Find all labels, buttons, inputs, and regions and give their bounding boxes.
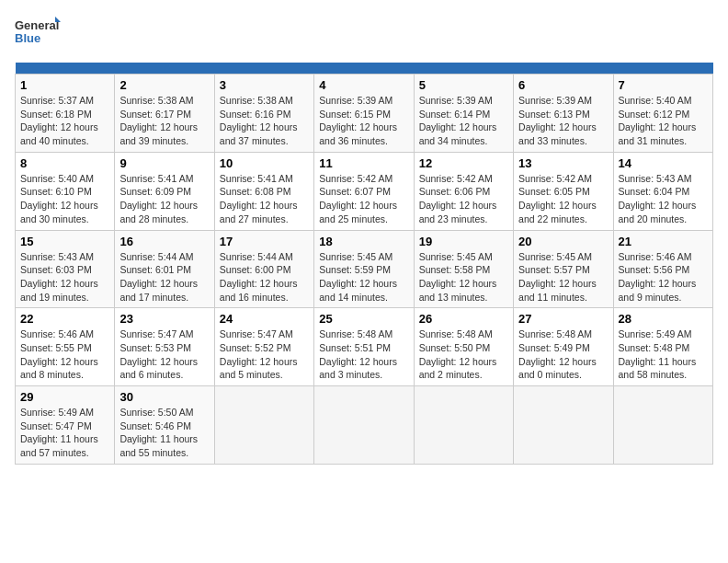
table-row: 30 Sunrise: 5:50 AM Sunset: 5:46 PM Dayl… <box>115 386 214 465</box>
day-number: 22 <box>20 312 109 326</box>
day-sunrise: Sunrise: 5:46 AM <box>20 328 94 339</box>
day-sunrise: Sunrise: 5:37 AM <box>20 95 94 106</box>
day-number: 28 <box>619 312 708 326</box>
calendar-table: 1 Sunrise: 5:37 AM Sunset: 6:18 PM Dayli… <box>15 63 713 465</box>
day-sunrise: Sunrise: 5:48 AM <box>518 328 592 339</box>
day-sunrise: Sunrise: 5:38 AM <box>220 95 293 106</box>
day-number: 19 <box>419 235 508 248</box>
day-daylight: Daylight: 12 hours and 22 minutes. <box>518 200 597 224</box>
day-daylight: Daylight: 12 hours and 2 minutes. <box>419 356 497 381</box>
day-sunrise: Sunrise: 5:45 AM <box>319 251 392 262</box>
calendar-row-0: 1 Sunrise: 5:37 AM Sunset: 6:18 PM Dayli… <box>16 75 713 153</box>
day-number: 20 <box>518 235 608 248</box>
table-row: 4 Sunrise: 5:39 AM Sunset: 6:15 PM Dayli… <box>314 75 414 153</box>
day-daylight: Daylight: 12 hours and 19 minutes. <box>20 278 98 303</box>
day-sunrise: Sunrise: 5:43 AM <box>619 173 692 184</box>
day-number: 18 <box>319 235 408 248</box>
day-sunset: Sunset: 5:52 PM <box>220 342 291 353</box>
day-sunset: Sunset: 6:05 PM <box>518 186 590 197</box>
day-number: 4 <box>319 78 408 92</box>
day-number: 29 <box>20 390 109 404</box>
table-row: 9 Sunrise: 5:41 AM Sunset: 6:09 PM Dayli… <box>115 152 214 230</box>
day-sunrise: Sunrise: 5:39 AM <box>518 95 592 106</box>
page-header: General Blue <box>15 15 713 55</box>
table-row: 2 Sunrise: 5:38 AM Sunset: 6:17 PM Dayli… <box>115 75 214 153</box>
table-row <box>414 386 513 465</box>
day-sunrise: Sunrise: 5:40 AM <box>20 173 94 184</box>
day-sunrise: Sunrise: 5:41 AM <box>119 173 193 184</box>
day-sunset: Sunset: 5:59 PM <box>319 264 391 275</box>
table-row: 25 Sunrise: 5:48 AM Sunset: 5:51 PM Dayl… <box>314 308 414 386</box>
day-daylight: Daylight: 12 hours and 5 minutes. <box>220 356 298 381</box>
day-daylight: Daylight: 12 hours and 40 minutes. <box>20 121 98 146</box>
table-row <box>214 386 313 465</box>
svg-text:General: General <box>15 18 59 32</box>
day-sunset: Sunset: 5:47 PM <box>20 420 92 431</box>
day-number: 6 <box>518 78 608 92</box>
day-sunrise: Sunrise: 5:42 AM <box>319 173 392 184</box>
calendar-row-1: 8 Sunrise: 5:40 AM Sunset: 6:10 PM Dayli… <box>16 152 713 230</box>
table-row: 6 Sunrise: 5:39 AM Sunset: 6:13 PM Dayli… <box>514 75 613 153</box>
table-row: 21 Sunrise: 5:46 AM Sunset: 5:56 PM Dayl… <box>613 230 712 308</box>
day-sunrise: Sunrise: 5:42 AM <box>518 173 592 184</box>
day-sunset: Sunset: 5:49 PM <box>518 342 590 353</box>
day-number: 1 <box>20 78 109 92</box>
day-daylight: Daylight: 12 hours and 28 minutes. <box>119 200 198 224</box>
table-row: 16 Sunrise: 5:44 AM Sunset: 6:01 PM Dayl… <box>115 230 214 308</box>
day-sunset: Sunset: 6:18 PM <box>20 109 92 120</box>
day-sunrise: Sunrise: 5:48 AM <box>319 328 392 339</box>
table-row: 18 Sunrise: 5:45 AM Sunset: 5:59 PM Dayl… <box>314 230 414 308</box>
day-sunrise: Sunrise: 5:39 AM <box>319 95 392 106</box>
table-row <box>514 386 613 465</box>
day-sunrise: Sunrise: 5:41 AM <box>220 173 293 184</box>
table-row: 29 Sunrise: 5:49 AM Sunset: 5:47 PM Dayl… <box>16 386 115 465</box>
day-number: 27 <box>518 312 608 326</box>
day-sunrise: Sunrise: 5:48 AM <box>419 328 493 339</box>
day-sunset: Sunset: 6:08 PM <box>220 186 291 197</box>
day-daylight: Daylight: 12 hours and 3 minutes. <box>319 356 397 381</box>
day-sunrise: Sunrise: 5:45 AM <box>419 251 493 262</box>
day-daylight: Daylight: 12 hours and 20 minutes. <box>619 200 697 224</box>
day-number: 2 <box>119 78 209 92</box>
day-number: 5 <box>419 78 508 92</box>
day-sunset: Sunset: 5:58 PM <box>419 264 491 275</box>
table-row: 22 Sunrise: 5:46 AM Sunset: 5:55 PM Dayl… <box>16 308 115 386</box>
day-number: 16 <box>119 235 209 248</box>
day-number: 11 <box>319 156 408 170</box>
day-daylight: Daylight: 12 hours and 39 minutes. <box>119 121 198 146</box>
svg-text:Blue: Blue <box>15 31 40 45</box>
day-sunset: Sunset: 5:57 PM <box>518 264 590 275</box>
table-row: 1 Sunrise: 5:37 AM Sunset: 6:18 PM Dayli… <box>16 75 115 153</box>
day-daylight: Daylight: 12 hours and 8 minutes. <box>20 356 98 381</box>
day-number: 10 <box>220 156 309 170</box>
day-number: 25 <box>319 312 408 326</box>
day-sunrise: Sunrise: 5:44 AM <box>119 251 193 262</box>
day-sunset: Sunset: 6:16 PM <box>220 109 291 120</box>
svg-marker-2 <box>55 17 61 22</box>
col-friday <box>514 63 613 75</box>
day-number: 3 <box>220 78 309 92</box>
day-daylight: Daylight: 12 hours and 23 minutes. <box>419 200 497 224</box>
day-daylight: Daylight: 12 hours and 6 minutes. <box>119 356 198 381</box>
day-daylight: Daylight: 12 hours and 36 minutes. <box>319 121 397 146</box>
day-number: 17 <box>220 235 309 248</box>
day-number: 8 <box>20 156 109 170</box>
day-sunset: Sunset: 5:48 PM <box>619 342 690 353</box>
day-sunset: Sunset: 5:55 PM <box>20 342 92 353</box>
calendar-row-2: 15 Sunrise: 5:43 AM Sunset: 6:03 PM Dayl… <box>16 230 713 308</box>
day-sunrise: Sunrise: 5:49 AM <box>20 407 94 418</box>
col-saturday <box>613 63 712 75</box>
day-sunset: Sunset: 5:53 PM <box>119 342 191 353</box>
day-daylight: Daylight: 12 hours and 9 minutes. <box>619 278 697 303</box>
day-daylight: Daylight: 12 hours and 25 minutes. <box>319 200 397 224</box>
day-daylight: Daylight: 12 hours and 13 minutes. <box>419 278 497 303</box>
day-daylight: Daylight: 11 hours and 58 minutes. <box>619 356 697 381</box>
table-row: 28 Sunrise: 5:49 AM Sunset: 5:48 PM Dayl… <box>613 308 712 386</box>
day-number: 13 <box>518 156 608 170</box>
table-row: 3 Sunrise: 5:38 AM Sunset: 6:16 PM Dayli… <box>214 75 313 153</box>
day-number: 23 <box>119 312 209 326</box>
day-number: 21 <box>619 235 708 248</box>
day-sunrise: Sunrise: 5:45 AM <box>518 251 592 262</box>
table-row: 19 Sunrise: 5:45 AM Sunset: 5:58 PM Dayl… <box>414 230 513 308</box>
col-monday <box>115 63 214 75</box>
